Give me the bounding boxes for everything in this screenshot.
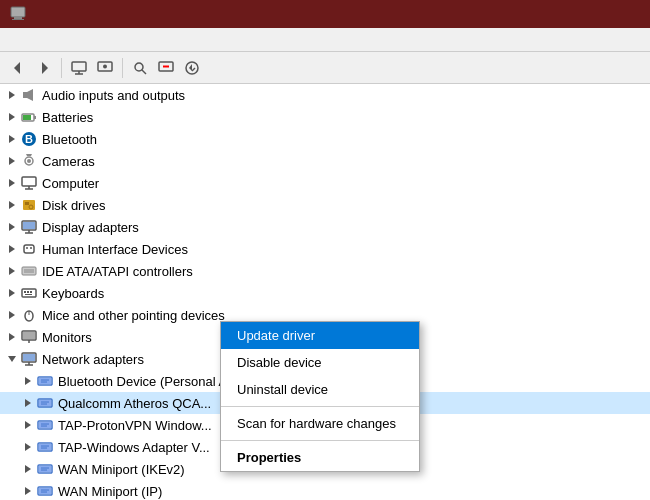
forward-button[interactable]	[32, 56, 56, 80]
svg-marker-19	[27, 89, 33, 101]
display-icon	[20, 218, 38, 236]
svg-marker-20	[9, 113, 15, 121]
svg-rect-55	[25, 294, 32, 295]
svg-rect-36	[25, 202, 29, 205]
svg-rect-80	[39, 422, 51, 428]
context-menu-item-uninstall-device[interactable]: Uninstall device	[221, 376, 419, 403]
svg-rect-61	[23, 332, 35, 339]
tree-item-bluetooth[interactable]: BBluetooth	[0, 128, 650, 150]
svg-rect-0	[11, 7, 25, 17]
expand-icon-mice	[4, 307, 20, 323]
tree-item-label-computer: Computer	[42, 176, 99, 191]
computer-icon	[20, 174, 38, 192]
scan-button[interactable]	[128, 56, 152, 80]
expand-icon-computer	[4, 175, 20, 191]
tree-item-batteries[interactable]: Batteries	[0, 106, 650, 128]
tree-item-label-cameras: Cameras	[42, 154, 95, 169]
tree-item-cameras[interactable]: Cameras	[0, 150, 650, 172]
svg-point-29	[27, 159, 31, 163]
tree-item-label-batteries: Batteries	[42, 110, 93, 125]
expand-icon-tap-windows	[20, 439, 36, 455]
expand-icon-batteries	[4, 109, 20, 125]
toolbar-sep-1	[61, 58, 62, 78]
svg-rect-23	[23, 115, 31, 120]
expand-icon-ideata	[4, 263, 20, 279]
expand-icon-wan-ip	[20, 483, 36, 499]
main-content[interactable]: Audio inputs and outputsBatteriesBBlueto…	[0, 84, 650, 500]
svg-rect-31	[22, 177, 36, 186]
update-button[interactable]	[180, 56, 204, 80]
svg-marker-34	[9, 201, 15, 209]
menu-help[interactable]	[54, 38, 66, 42]
disk-icon	[20, 196, 38, 214]
tree-item-label-tap-proton: TAP-ProtonVPN Window...	[58, 418, 212, 433]
tree-item-keyboards[interactable]: Keyboards	[0, 282, 650, 304]
tree-item-hid[interactable]: Human Interface Devices	[0, 238, 650, 260]
context-menu-item-properties[interactable]: Properties	[221, 444, 419, 471]
svg-marker-56	[9, 311, 15, 319]
context-menu-item-scan-hardware[interactable]: Scan for hardware changes	[221, 410, 419, 437]
menu-action[interactable]	[22, 38, 34, 42]
svg-marker-47	[9, 267, 15, 275]
svg-marker-38	[9, 223, 15, 231]
tree-item-label-mice: Mice and other pointing devices	[42, 308, 225, 323]
uninstall-button[interactable]	[154, 56, 178, 80]
svg-rect-85	[39, 444, 51, 450]
context-menu: Update driverDisable deviceUninstall dev…	[220, 321, 420, 472]
context-menu-sep-sep1	[221, 406, 419, 407]
svg-rect-65	[23, 354, 35, 361]
back-button[interactable]	[6, 56, 30, 80]
title-bar-icon	[10, 5, 26, 24]
context-menu-item-update-driver[interactable]: Update driver	[221, 322, 419, 349]
svg-point-45	[26, 247, 28, 249]
expand-icon-wan-ikev2	[20, 461, 36, 477]
tree-item-label-wan-ip: WAN Miniport (IP)	[58, 484, 162, 499]
camera-icon	[20, 152, 38, 170]
menu-view[interactable]	[38, 38, 50, 42]
svg-marker-24	[9, 135, 15, 143]
svg-rect-52	[24, 291, 26, 293]
network-sub-icon	[36, 438, 54, 456]
svg-rect-70	[39, 378, 51, 384]
svg-line-11	[142, 70, 146, 74]
svg-marker-3	[14, 62, 20, 74]
network-sub-icon	[36, 460, 54, 478]
tree-item-label-diskdrives: Disk drives	[42, 198, 106, 213]
toolbar-sep-2	[122, 58, 123, 78]
tree-item-computer[interactable]: Computer	[0, 172, 650, 194]
svg-marker-30	[9, 179, 15, 187]
menu-bar	[0, 28, 650, 52]
show-hidden-button[interactable]	[93, 56, 117, 80]
tree-item-label-bluetooth: Bluetooth	[42, 132, 97, 147]
tree-item-label-tap-windows: TAP-Windows Adapter V...	[58, 440, 210, 455]
svg-marker-50	[9, 289, 15, 297]
svg-rect-40	[23, 222, 35, 229]
svg-marker-59	[9, 333, 15, 341]
svg-marker-27	[9, 157, 15, 165]
context-menu-item-disable-device[interactable]: Disable device	[221, 349, 419, 376]
svg-marker-68	[25, 377, 31, 385]
svg-marker-73	[25, 399, 31, 407]
network-sub-icon	[36, 416, 54, 434]
tree-item-ideata[interactable]: IDE ATA/ATAPI controllers	[0, 260, 650, 282]
tree-item-diskdrives[interactable]: Disk drives	[0, 194, 650, 216]
svg-rect-22	[34, 116, 36, 119]
menu-file[interactable]	[6, 38, 18, 42]
expand-icon-keyboards	[4, 285, 20, 301]
audio-icon	[20, 86, 38, 104]
tree-item-label-monitors: Monitors	[42, 330, 92, 345]
network-sub-icon	[36, 394, 54, 412]
svg-marker-93	[25, 487, 31, 495]
svg-text:B: B	[25, 133, 33, 145]
tree-item-audio[interactable]: Audio inputs and outputs	[0, 84, 650, 106]
tree-item-label-keyboards: Keyboards	[42, 286, 104, 301]
expand-icon-tap-proton	[20, 417, 36, 433]
tree-item-label-displayadapters: Display adapters	[42, 220, 139, 235]
tree-item-displayadapters[interactable]: Display adapters	[0, 216, 650, 238]
svg-rect-44	[24, 245, 34, 253]
expand-icon-qualcomm	[20, 395, 36, 411]
tree-item-wan-ip[interactable]: WAN Miniport (IP)	[0, 480, 650, 500]
network-sub-icon	[36, 482, 54, 500]
computer-button[interactable]	[67, 56, 91, 80]
svg-rect-5	[72, 62, 86, 71]
